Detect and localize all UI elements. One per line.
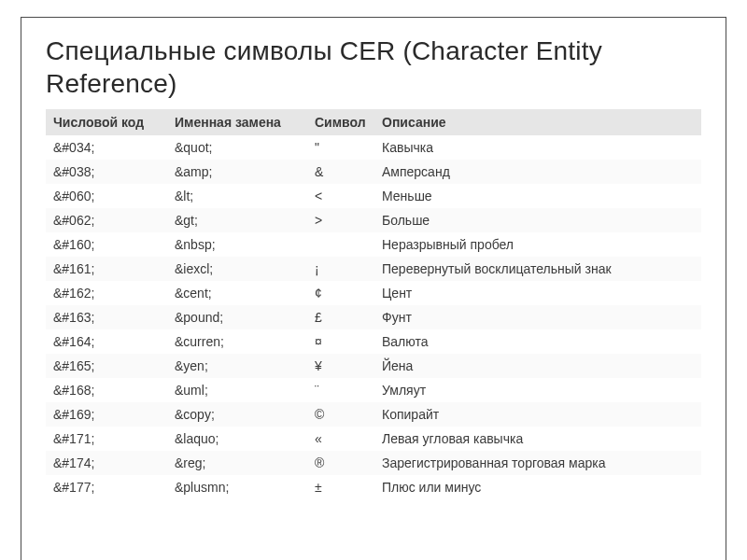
cell-name: &uml; — [167, 378, 307, 402]
cell-symbol: ± — [307, 475, 374, 499]
table-row: &#171;&laquo;«Левая угловая кавычка — [46, 427, 701, 451]
table-head: Числовой код Именная замена Символ Описа… — [46, 109, 701, 135]
col-header-code: Числовой код — [46, 109, 167, 135]
cell-desc: Кавычка — [374, 135, 701, 160]
cell-code: &#062; — [46, 208, 167, 232]
cell-symbol: > — [307, 208, 374, 232]
cell-symbol: ¢ — [307, 281, 374, 305]
cell-code: &#164; — [46, 329, 167, 354]
cell-desc: Зарегистрированная торговая марка — [374, 451, 701, 475]
table-row: &#174;&reg;®Зарегистрированная торговая … — [46, 451, 701, 475]
table-row: &#038;&amp;&Амперсанд — [46, 160, 701, 184]
cell-code: &#168; — [46, 378, 167, 402]
cell-name: &nbsp; — [167, 232, 307, 257]
content-frame: Специальные символы CER (Character Entit… — [21, 17, 726, 560]
cell-desc: Амперсанд — [374, 160, 701, 184]
cell-name: &copy; — [167, 402, 307, 427]
cell-desc: Меньше — [374, 184, 701, 208]
table-row: &#160;&nbsp; Неразрывный пробел — [46, 232, 701, 257]
table-row: &#162;&cent;¢Цент — [46, 281, 701, 305]
cell-code: &#163; — [46, 305, 167, 329]
cell-name: &gt; — [167, 208, 307, 232]
cell-name: &laquo; — [167, 427, 307, 451]
table-row: &#034;&quot;"Кавычка — [46, 135, 701, 160]
cell-desc: Левая угловая кавычка — [374, 427, 701, 451]
cell-name: &cent; — [167, 281, 307, 305]
cell-symbol: ¡ — [307, 257, 374, 281]
cell-code: &#165; — [46, 354, 167, 378]
cell-desc: Неразрывный пробел — [374, 232, 701, 257]
table-row: &#169;&copy;©Копирайт — [46, 402, 701, 427]
cell-desc: Умляут — [374, 378, 701, 402]
cell-symbol: © — [307, 402, 374, 427]
page-title: Специальные символы CER (Character Entit… — [46, 35, 701, 100]
cell-symbol: & — [307, 160, 374, 184]
cell-desc: Копирайт — [374, 402, 701, 427]
table-row: &#062;&gt;>Больше — [46, 208, 701, 232]
table-row: &#165;&yen;¥Йена — [46, 354, 701, 378]
cell-name: &iexcl; — [167, 257, 307, 281]
table-row: &#161;&iexcl;¡Перевернутый восклицательн… — [46, 257, 701, 281]
cell-name: &reg; — [167, 451, 307, 475]
cell-code: &#161; — [46, 257, 167, 281]
cell-code: &#060; — [46, 184, 167, 208]
cell-symbol: " — [307, 135, 374, 160]
cell-name: &yen; — [167, 354, 307, 378]
cell-desc: Цент — [374, 281, 701, 305]
cell-symbol: ¤ — [307, 329, 374, 354]
cell-code: &#169; — [46, 402, 167, 427]
page: Специальные символы CER (Character Entit… — [0, 0, 747, 560]
cell-name: &curren; — [167, 329, 307, 354]
cell-code: &#160; — [46, 232, 167, 257]
cell-desc: Валюта — [374, 329, 701, 354]
cell-symbol: « — [307, 427, 374, 451]
cell-symbol: £ — [307, 305, 374, 329]
cell-symbol: < — [307, 184, 374, 208]
cell-symbol: ® — [307, 451, 374, 475]
cell-code: &#174; — [46, 451, 167, 475]
cell-name: &amp; — [167, 160, 307, 184]
cell-name: &quot; — [167, 135, 307, 160]
table-row: &#177;&plusmn;±Плюс или минус — [46, 475, 701, 499]
col-header-desc: Описание — [374, 109, 701, 135]
table-row: &#060;&lt;<Меньше — [46, 184, 701, 208]
cell-name: &pound; — [167, 305, 307, 329]
col-header-name: Именная замена — [167, 109, 307, 135]
cell-desc: Йена — [374, 354, 701, 378]
cell-desc: Плюс или минус — [374, 475, 701, 499]
cell-name: &plusmn; — [167, 475, 307, 499]
cell-code: &#034; — [46, 135, 167, 160]
table-row: &#164;&curren;¤Валюта — [46, 329, 701, 354]
table-row: &#168;&uml;¨Умляут — [46, 378, 701, 402]
cell-desc: Фунт — [374, 305, 701, 329]
cell-desc: Перевернутый восклицательный знак — [374, 257, 701, 281]
cell-code: &#177; — [46, 475, 167, 499]
col-header-symbol: Символ — [307, 109, 374, 135]
cell-name: &lt; — [167, 184, 307, 208]
cell-symbol: ¨ — [307, 378, 374, 402]
entity-table: Числовой код Именная замена Символ Описа… — [46, 109, 701, 499]
table-body: &#034;&quot;"Кавычка&#038;&amp;&Амперсан… — [46, 135, 701, 499]
cell-code: &#171; — [46, 427, 167, 451]
cell-symbol — [307, 232, 374, 257]
table-row: &#163;&pound;£Фунт — [46, 305, 701, 329]
cell-code: &#038; — [46, 160, 167, 184]
cell-desc: Больше — [374, 208, 701, 232]
cell-symbol: ¥ — [307, 354, 374, 378]
cell-code: &#162; — [46, 281, 167, 305]
